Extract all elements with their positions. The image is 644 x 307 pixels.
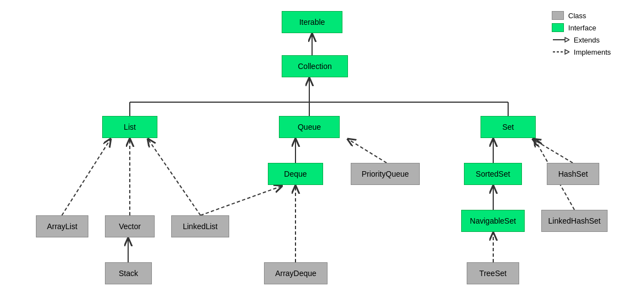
svg-marker-23 [565, 50, 569, 54]
node-treeset: TreeSet [467, 262, 519, 284]
node-linkedhashset: LinkedHashSet [541, 210, 608, 232]
svg-line-10 [533, 139, 573, 163]
node-set: Set [481, 116, 536, 138]
svg-line-8 [348, 139, 387, 163]
legend-class-box [552, 11, 564, 20]
legend-implements: Implements [552, 47, 611, 56]
legend-extends: Extends [552, 35, 611, 44]
legend: Class Interface Extends Implements [552, 11, 611, 56]
node-deque: Deque [268, 163, 323, 185]
legend-interface: Interface [552, 23, 611, 32]
svg-marker-21 [565, 38, 569, 42]
legend-interface-box [552, 23, 564, 32]
node-stack: Stack [105, 262, 152, 284]
node-vector: Vector [105, 215, 155, 237]
legend-implements-label: Implements [574, 48, 611, 56]
node-iterable: Iterable [282, 11, 342, 33]
legend-extends-label: Extends [574, 36, 600, 44]
node-list: List [102, 116, 157, 138]
node-arraylist: ArrayList [36, 215, 88, 237]
diagram: Iterable Collection List Queue Set Deque… [0, 0, 644, 307]
svg-line-11 [62, 139, 110, 215]
node-linkedlist: LinkedList [171, 215, 229, 237]
node-priorityqueue: PriorityQueue [351, 163, 420, 185]
node-hashset: HashSet [547, 163, 599, 185]
node-collection: Collection [282, 55, 348, 77]
legend-class: Class [552, 11, 611, 20]
node-navigableset: NavigableSet [461, 210, 525, 232]
legend-class-label: Class [568, 12, 587, 20]
svg-line-14 [200, 186, 282, 215]
node-arraydeque: ArrayDeque [264, 262, 328, 284]
legend-interface-label: Interface [568, 24, 597, 32]
legend-extends-line [552, 35, 569, 44]
node-queue: Queue [279, 116, 340, 138]
legend-implements-line [552, 47, 569, 56]
arrows-svg [0, 0, 644, 307]
node-sortedset: SortedSet [464, 163, 522, 185]
svg-line-13 [148, 139, 200, 215]
